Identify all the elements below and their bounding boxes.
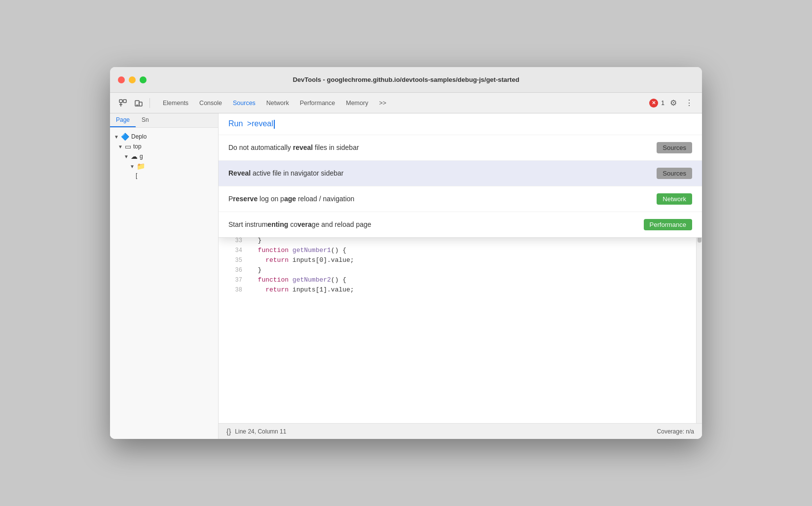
tree-icon: 🔷 [121,133,129,141]
line-content: return inputs[1].value; [250,285,354,295]
sidebar-tab-page[interactable]: Page [110,113,136,127]
code-line-35: 35 return inputs[0].value; [219,255,702,265]
tab-elements[interactable]: Elements [158,98,193,108]
svg-rect-1 [123,100,126,103]
code-editor[interactable]: 32 labelTextContent = addend1 + ' + ' + … [219,222,702,423]
command-cursor [274,120,275,129]
device-icon[interactable] [132,96,146,110]
tree-item-deploy[interactable]: ▼ 🔷 Deplo [110,132,218,142]
window-controls [118,76,147,83]
line-content: return inputs[0].value; [250,255,354,265]
tab-more[interactable]: >> [374,98,391,108]
tree-arrow: ▼ [130,164,135,169]
tree-item-g[interactable]: ▼ ☁ g [110,151,218,161]
window-title: DevTools - googlechrome.github.io/devtoo… [293,76,519,83]
tree-label-top: top [133,143,142,150]
tab-performance[interactable]: Performance [295,98,340,108]
line-number: 38 [224,285,242,295]
code-line-34: 34 function getNumber1() { [219,246,702,255]
tree-label-bracket: [ [136,172,137,179]
command-badge-1: Sources [657,142,692,153]
toolbar-separator [149,98,150,108]
sidebar-tab-snippets[interactable]: Sn [136,113,155,127]
code-line-37: 37 function getNumber2() { [219,275,702,285]
line-number: 36 [224,265,242,275]
tree-item-folder[interactable]: ▼ 📁 [110,161,218,171]
editor-area: Run >reveal Do not automatically reveal … [219,113,702,439]
devtools-body: Elements Console Sources Network Perform… [110,93,702,439]
tree-item-bracket[interactable]: [ [110,171,218,180]
inspect-icon[interactable] [116,96,130,110]
command-badge-2: Sources [657,168,692,179]
cursor-position: Line 24, Column 11 [235,428,286,435]
command-result-text-2: Reveal active file in navigator sidebar [228,169,649,177]
toolbar-right: ✕ 1 ⚙ ⋮ [649,96,696,110]
tab-console[interactable]: Console [194,98,227,108]
command-badge-3: Network [657,193,692,205]
command-palette: Run >reveal Do not automatically reveal … [219,113,702,238]
command-result-2[interactable]: Reveal active file in navigator sidebar … [219,161,702,186]
line-content: function getNumber2() { [250,275,346,285]
tree-item-top[interactable]: ▼ ▭ top [110,142,218,151]
command-result-text-4: Start instrumenting coverage and reload … [228,220,636,228]
line-number: 37 [224,275,242,285]
tab-network[interactable]: Network [261,98,294,108]
error-badge: ✕ [649,99,658,108]
svg-rect-0 [119,100,122,103]
tab-memory[interactable]: Memory [341,98,373,108]
code-line-38: 38 return inputs[1].value; [219,285,702,295]
panel-tabs: Elements Console Sources Network Perform… [158,98,391,108]
command-result-text-1: Do not automatically reveal files in sid… [228,144,649,151]
command-result-3[interactable]: Preserve log on page reload / navigation… [219,186,702,212]
tree-label: Deplo [131,133,147,140]
svg-rect-5 [139,102,142,106]
minimize-button[interactable] [129,76,136,83]
command-input-row[interactable]: Run >reveal [219,113,702,135]
devtools-window: DevTools - googlechrome.github.io/devtoo… [110,67,702,439]
tree-icon-frame: ▭ [125,143,131,150]
command-run-label: Run [228,119,243,128]
command-badge-4: Performance [644,219,692,230]
status-bar: {} Line 24, Column 11 Coverage: n/a [219,423,702,439]
tree-arrow: ▼ [118,144,123,149]
status-left: {} Line 24, Column 11 [226,428,286,435]
more-options-icon[interactable]: ⋮ [682,96,696,110]
sidebar-tabs: Page Sn [110,113,218,128]
line-number: 35 [224,255,242,265]
tab-sources[interactable]: Sources [228,98,260,108]
tree-arrow: ▼ [124,154,129,159]
titlebar: DevTools - googlechrome.github.io/devtoo… [110,67,702,93]
tree-arrow: ▼ [114,134,119,140]
tree-icon-folder: 📁 [137,162,145,170]
content-area: Page Sn ▼ 🔷 Deplo ▼ ▭ top ▼ [110,113,702,439]
coverage-status: Coverage: n/a [657,428,694,435]
command-result-text-3: Preserve log on page reload / navigation [228,195,649,203]
command-result-4[interactable]: Start instrumenting coverage and reload … [219,212,702,237]
line-number: 34 [224,246,242,255]
command-result-1[interactable]: Do not automatically reveal files in sid… [219,135,702,161]
tree-icon-cloud: ☁ [131,152,138,160]
settings-icon[interactable]: ⚙ [666,96,680,110]
maximize-button[interactable] [140,76,147,83]
file-tree: ▼ 🔷 Deplo ▼ ▭ top ▼ ☁ g ▼ [110,128,218,184]
format-icon[interactable]: {} [226,428,231,435]
code-line-36: 36 } [219,265,702,275]
main-toolbar: Elements Console Sources Network Perform… [110,93,702,113]
command-input-text: >reveal [245,119,274,129]
line-content: function getNumber1() { [250,246,346,255]
tree-label-g: g [140,153,143,160]
line-content: } [250,265,261,275]
error-count: 1 [661,100,664,107]
close-button[interactable] [118,76,125,83]
sidebar: Page Sn ▼ 🔷 Deplo ▼ ▭ top ▼ [110,113,219,439]
